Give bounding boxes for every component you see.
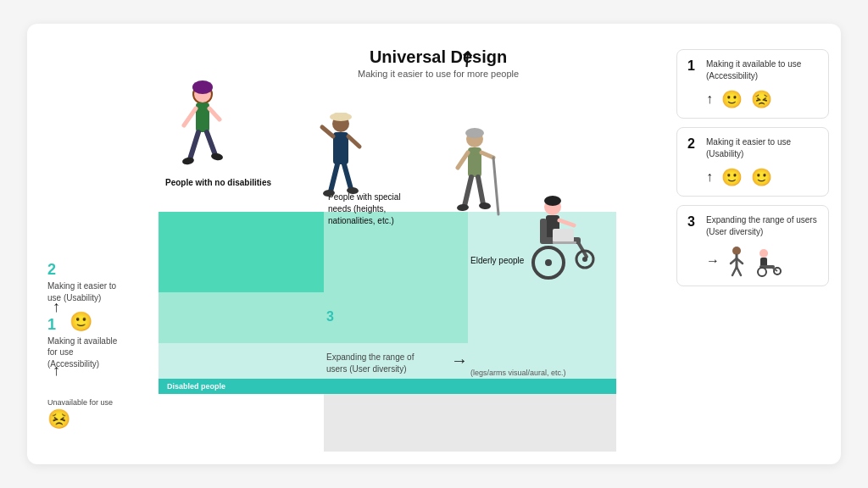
- person-1-figure: [177, 79, 232, 184]
- rc3-num: 3: [687, 214, 699, 230]
- rc1-smiley-icon: 🙂: [721, 89, 743, 109]
- person-3-figure: [451, 125, 506, 226]
- label-2-group: 2 Making it easier to use (Usability): [47, 261, 124, 303]
- step3-num: 3: [326, 309, 334, 324]
- person-4-figure: [527, 193, 612, 286]
- svg-point-2: [192, 80, 213, 94]
- rc1-sad-icon: 😣: [751, 89, 772, 109]
- svg-line-16: [331, 164, 337, 191]
- svg-line-25: [493, 158, 498, 214]
- rc3-wheelchair-icon: [754, 245, 784, 277]
- svg-line-33: [559, 220, 574, 225]
- svg-line-47: [732, 267, 737, 275]
- svg-line-14: [322, 127, 333, 136]
- svg-rect-42: [553, 241, 576, 244]
- label-1-num: 1: [47, 316, 124, 334]
- svg-point-38: [545, 259, 552, 266]
- unavail-group: Unavailable for use 😣: [47, 398, 113, 430]
- main-card: Universal Design Making it easier to use…: [27, 24, 841, 464]
- step-3: [159, 212, 324, 292]
- svg-rect-35: [540, 219, 547, 244]
- svg-line-27: [478, 177, 483, 204]
- rc3-label: Expanding the range of users (User diver…: [706, 214, 818, 238]
- legs-label: (legs/arms visual/aural, etc.): [470, 369, 566, 379]
- rc1-label: Making it available to use (Accessibilit…: [706, 58, 818, 82]
- right-card-1: 1 Making it available to use (Accessibil…: [676, 49, 829, 119]
- svg-point-49: [760, 249, 768, 258]
- unavail-text: Unavailable for use: [47, 398, 113, 407]
- rc2-smiley1-icon: 🙂: [721, 167, 743, 187]
- sad-icon: 😣: [47, 408, 113, 430]
- label-2-num: 2: [47, 261, 124, 279]
- svg-line-7: [207, 132, 215, 155]
- svg-line-5: [209, 108, 220, 119]
- disabled-bar-label: Disabled people: [167, 382, 225, 391]
- svg-line-6: [190, 132, 198, 159]
- svg-point-40: [582, 257, 587, 262]
- rc2-smiley2-icon: 🙂: [751, 167, 772, 187]
- svg-line-15: [348, 136, 359, 147]
- svg-rect-3: [196, 103, 209, 132]
- grey-base: [324, 394, 616, 452]
- person-2-figure: [315, 108, 370, 209]
- right-panel: 1 Making it available to use (Accessibil…: [676, 49, 829, 286]
- svg-point-31: [544, 196, 561, 206]
- svg-line-23: [458, 152, 468, 168]
- rc3-arrow-icon: →: [706, 253, 720, 269]
- rc2-arrow-icon: ↑: [706, 169, 713, 185]
- rc1-arrow-icon: ↑: [706, 92, 713, 107]
- rc2-label: Making it easier to use (Usability): [706, 136, 818, 160]
- svg-line-4: [184, 108, 196, 125]
- diagram-area: Disabled people People with no disabilit…: [159, 62, 633, 452]
- disabled-bar: Disabled people: [159, 379, 616, 394]
- rc1-num: 1: [687, 58, 699, 74]
- arrow-right-icon: →: [451, 351, 468, 370]
- svg-rect-12: [334, 113, 348, 119]
- svg-line-48: [737, 267, 741, 275]
- svg-point-52: [758, 268, 766, 276]
- arrow-label2-icon: ↑: [53, 298, 60, 316]
- rc2-num: 2: [687, 136, 699, 152]
- svg-line-24: [481, 152, 493, 158]
- svg-line-17: [344, 164, 351, 189]
- elderly-label: Elderly people: [470, 256, 524, 265]
- svg-rect-13: [333, 132, 348, 164]
- rc3-walker-icon: [725, 245, 748, 277]
- svg-rect-41: [553, 229, 574, 242]
- svg-rect-22: [468, 147, 481, 177]
- svg-point-21: [465, 128, 484, 138]
- right-card-3: 3 Expanding the range of users (User div…: [676, 205, 829, 286]
- right-card-2: 2 Making it easier to use (Usability) ↑ …: [676, 127, 829, 197]
- svg-line-26: [465, 177, 471, 206]
- step3-expand-label: Expanding the range of users (User diver…: [326, 352, 428, 375]
- arrow-label1-icon: ↑: [53, 362, 60, 380]
